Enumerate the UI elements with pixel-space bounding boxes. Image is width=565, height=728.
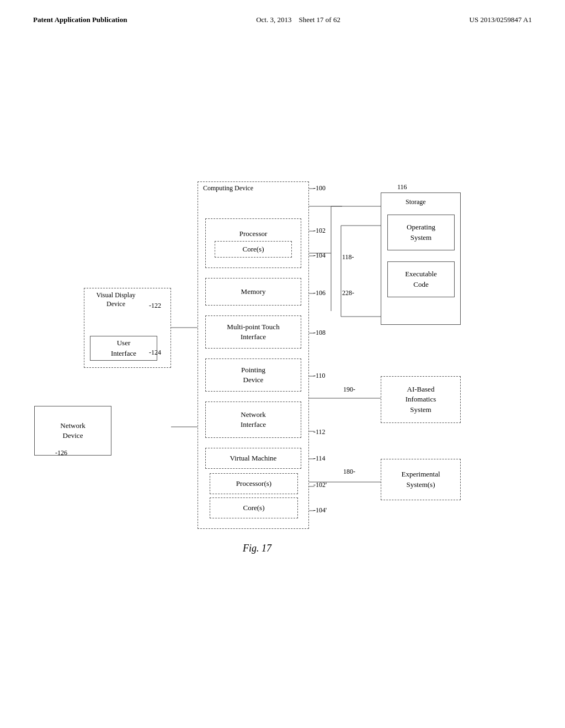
- network-interface-box: Network Interface: [205, 402, 301, 438]
- experimental-box: Experimental System(s): [381, 459, 461, 500]
- cores2-label: Core(s): [243, 503, 265, 513]
- ref-112: -112: [313, 428, 326, 436]
- storage-outer-box: [381, 192, 461, 325]
- visual-display-label: Visual Display Device: [91, 291, 141, 308]
- ref-116: 116: [397, 183, 407, 191]
- page-header: Patent Application Publication Oct. 3, 2…: [0, 0, 565, 24]
- os-box: Operating System: [387, 215, 455, 250]
- user-interface-label: User Interface: [111, 338, 136, 358]
- pointing-device-label: Pointing Device: [241, 365, 265, 385]
- ref-102: -102: [313, 227, 326, 235]
- cores2-box: Core(s): [210, 497, 298, 518]
- ref-122: -122: [149, 302, 161, 310]
- ref-110: -110: [313, 372, 326, 380]
- cores-box: Core(s): [215, 241, 292, 258]
- network-device-box: Network Device: [34, 406, 111, 456]
- virtual-machine-label: Virtual Machine: [230, 453, 277, 463]
- os-label: Operating System: [407, 222, 435, 242]
- ref-102p: -102': [313, 481, 327, 489]
- ref-228: 228-: [342, 289, 354, 297]
- ref-104: -104: [313, 251, 326, 260]
- ref-180: 180-: [343, 468, 355, 476]
- diagram-area: Computing Device Processor Core(s) Memor…: [0, 35, 565, 670]
- network-interface-label: Network Interface: [241, 410, 266, 430]
- executable-code-label: Executable Code: [405, 269, 437, 289]
- user-interface-box: User Interface: [90, 336, 157, 361]
- memory-box: Memory: [205, 278, 301, 306]
- ref-126: -126: [55, 449, 67, 457]
- processor-box: Processor Core(s): [205, 218, 301, 268]
- header-left: Patent Application Publication: [33, 15, 127, 24]
- ai-system-label: AI-Based Infomatics System: [406, 384, 436, 415]
- multipoint-touch-label: Multi-point Touch Interface: [227, 322, 279, 342]
- header-right: US 2013/0259847 A1: [470, 15, 532, 24]
- processor-label: Processor: [215, 229, 292, 239]
- ref-106: -106: [313, 289, 326, 297]
- ref-190: 190-: [343, 386, 355, 394]
- ref-114: -114: [313, 454, 326, 463]
- multipoint-touch-box: Multi-point Touch Interface: [205, 315, 301, 349]
- pointing-device-box: Pointing Device: [205, 358, 301, 392]
- processors2-box: Processor(s): [210, 473, 298, 494]
- ai-system-box: AI-Based Infomatics System: [381, 376, 461, 423]
- ref-118: 118-: [342, 253, 354, 261]
- header-center: Oct. 3, 2013 Sheet 17 of 62: [256, 15, 340, 24]
- computing-device-label: Computing Device: [203, 184, 253, 192]
- ref-124: -124: [149, 349, 161, 357]
- executable-code-box: Executable Code: [387, 261, 455, 297]
- ref-100: -100: [313, 184, 326, 192]
- cores-label: Core(s): [243, 244, 264, 254]
- processors2-label: Processor(s): [236, 479, 271, 489]
- memory-label: Memory: [241, 287, 266, 297]
- virtual-machine-box: Virtual Machine: [205, 448, 301, 469]
- network-device-label: Network Device: [60, 421, 86, 441]
- ref-104p: -104': [313, 506, 327, 515]
- figure-caption: Fig. 17: [243, 543, 271, 554]
- ref-108: -108: [313, 329, 326, 337]
- storage-label: Storage: [406, 198, 426, 206]
- experimental-label: Experimental System(s): [401, 469, 440, 489]
